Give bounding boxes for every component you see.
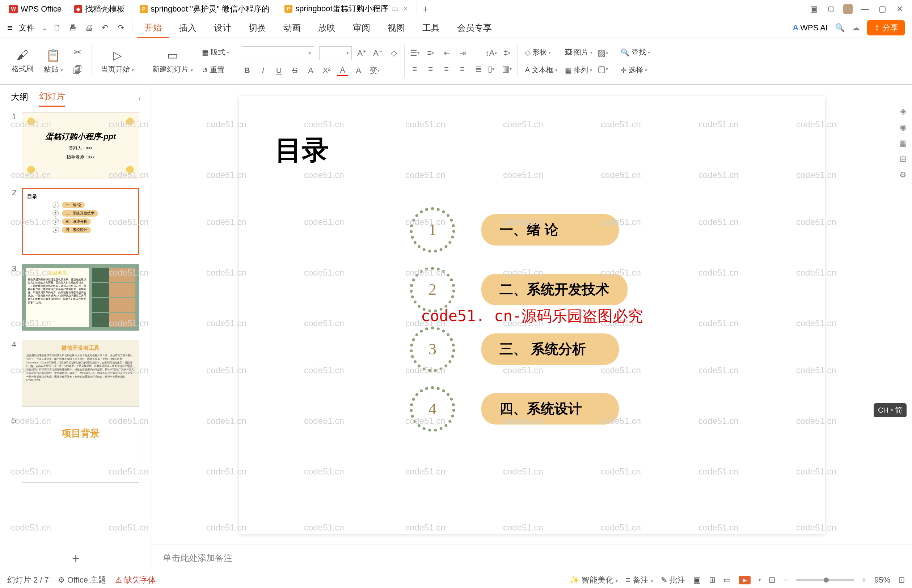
avatar-icon[interactable]	[843, 4, 853, 14]
vertical-align-icon[interactable]: ▯▾	[486, 64, 497, 74]
zoom-slider[interactable]	[796, 579, 854, 581]
share-button[interactable]: ⇪ 分享	[867, 20, 905, 36]
slideshow-button[interactable]: ▶	[739, 576, 751, 585]
menu-tab-tools[interactable]: 工具	[415, 18, 447, 38]
slide-title[interactable]: 目录	[275, 132, 789, 168]
phonetic-icon[interactable]: 变 ▾	[369, 65, 380, 76]
close-icon[interactable]: ×	[402, 4, 410, 13]
menu-tab-insert[interactable]: 插入	[172, 18, 204, 38]
distribute-icon[interactable]: ≣	[473, 64, 484, 74]
file-menu[interactable]: 文件	[15, 23, 38, 33]
beautify-button[interactable]: ✨ 智能美化 ▾	[570, 575, 618, 585]
text-effect-icon[interactable]: A	[353, 65, 364, 76]
menu-tab-slideshow[interactable]: 放映	[311, 18, 343, 38]
zoom-value[interactable]: 95%	[874, 575, 890, 585]
undo-icon[interactable]: ↶	[99, 21, 112, 34]
missing-font-warning[interactable]: ⚠ 缺失字体	[115, 575, 156, 585]
redo-icon[interactable]: ↷	[114, 21, 127, 34]
wps-ai-button[interactable]: A WPS AI	[792, 23, 828, 32]
toc-item-2[interactable]: 2 二、系统开发技术	[413, 270, 789, 310]
font-color-icon[interactable]: A	[337, 65, 348, 76]
copy-icon[interactable]: 🗐	[73, 65, 83, 76]
window-mode-icon[interactable]: ▣	[808, 4, 819, 14]
text-direction-icon[interactable]: ↕A▾	[486, 48, 497, 58]
hamburger-icon[interactable]: ≡	[7, 23, 12, 33]
find-button[interactable]: 🔍 查找 ▾	[618, 46, 653, 58]
sidebar-tool-icon[interactable]: ◉	[900, 123, 907, 132]
theme-indicator[interactable]: ⚙ Office 主题	[58, 575, 106, 585]
fit-page-icon[interactable]: ⊡	[898, 575, 905, 585]
slide-thumb-5[interactable]: 项目背景	[22, 416, 139, 483]
sidebar-tool-icon[interactable]: ⊞	[900, 154, 906, 164]
format-painter-button[interactable]: 🖌 格式刷	[11, 48, 33, 74]
tab-menu-icon[interactable]: ▭	[391, 4, 399, 13]
strikethrough-icon[interactable]: S	[290, 65, 300, 76]
outline-icon[interactable]: ▢▾	[597, 64, 608, 74]
picture-button[interactable]: 🖼 图片 ▾	[562, 46, 595, 58]
slides-tab[interactable]: 幻灯片	[39, 90, 65, 107]
chevron-down-icon[interactable]: ⌄	[41, 23, 48, 32]
comments-toggle[interactable]: ✎ 批注	[661, 575, 685, 585]
align-center-icon[interactable]: ≡	[425, 64, 436, 74]
reset-button[interactable]: ↺ 重置	[199, 64, 232, 76]
underline-icon[interactable]: U	[274, 65, 285, 76]
columns-icon[interactable]: ▥▾	[502, 64, 512, 74]
close-window-icon[interactable]: ✕	[895, 4, 905, 14]
menu-tab-animation[interactable]: 动画	[276, 18, 308, 38]
decrease-font-icon[interactable]: A⁻	[373, 48, 384, 58]
tab-templates[interactable]: ◆ 找稻壳模板	[67, 0, 133, 18]
from-current-button[interactable]: ▷ 当页开始 ▾	[101, 48, 134, 74]
menu-tab-start[interactable]: 开始	[137, 18, 169, 38]
new-doc-icon[interactable]: 🗋	[51, 21, 64, 34]
slide-canvas[interactable]: 目录 1 一、绪 论 2 二、系统开发技术 3 三、 系统分析 4 四、系统设计	[239, 96, 825, 534]
tab-doc-2[interactable]: P springboot蛋糕订购小程序 ▭ ×	[277, 0, 417, 18]
cut-icon[interactable]: ✂	[74, 47, 82, 58]
cloud-upload-icon[interactable]: ☁	[852, 23, 860, 32]
arrange-button[interactable]: ▦ 排列 ▾	[562, 64, 595, 76]
slide-thumb-3[interactable]: 项目意义 社会的进的脚步致使信息变化的发展。信息化的建设进入们生活的方方面面。蛋…	[22, 264, 139, 331]
grid-icon[interactable]: ⊡	[769, 575, 775, 585]
menu-tab-view[interactable]: 视图	[381, 18, 412, 38]
notes-toggle[interactable]: ≡ 备注 ▾	[626, 575, 653, 585]
highlight-icon[interactable]: A	[305, 65, 316, 76]
zoom-in-icon[interactable]: +	[862, 575, 867, 585]
ime-indicator[interactable]: CH ⸰ 简	[874, 403, 907, 417]
new-slide-button[interactable]: ▭ 新建幻灯片 ▾	[152, 48, 193, 74]
menu-tab-member[interactable]: 会员专享	[450, 18, 499, 38]
add-slide-button[interactable]: +	[0, 546, 152, 572]
view-sorter-icon[interactable]: ⊞	[709, 575, 716, 585]
align-right-icon[interactable]: ≡	[441, 64, 452, 74]
cube-icon[interactable]: ⬡	[826, 4, 836, 14]
toc-item-3[interactable]: 3 三、 系统分析	[413, 330, 789, 369]
slide-thumb-4[interactable]: 微信开发者工具 是微腾讯出来的也跟官方同加上所使用的软件开去工具正是也称开发工具…	[22, 340, 139, 407]
print-icon[interactable]: 🖨	[83, 21, 96, 34]
maximize-icon[interactable]: ▢	[877, 4, 888, 14]
select-button[interactable]: ✛ 选择 ▾	[618, 64, 653, 76]
notes-area[interactable]: 单击此处添加备注	[152, 544, 912, 572]
outline-tab[interactable]: 大纲	[11, 91, 28, 106]
view-reading-icon[interactable]: ▭	[723, 575, 731, 585]
view-normal-icon[interactable]: ▣	[693, 575, 701, 585]
save-icon[interactable]: 🖶	[66, 21, 79, 34]
slideshow-dropdown-icon[interactable]: ▾	[758, 578, 761, 583]
sidebar-tool-icon[interactable]: ▦	[899, 139, 907, 148]
sidebar-tool-icon[interactable]: ⚙	[899, 170, 907, 180]
increase-font-icon[interactable]: A⁺	[357, 48, 368, 58]
font-family-combo[interactable]: ▾	[242, 46, 314, 60]
align-justify-icon[interactable]: ≡	[457, 64, 468, 74]
clear-format-icon[interactable]: ◇	[389, 48, 400, 58]
paste-button[interactable]: 📋 粘贴 ▾	[44, 48, 63, 74]
menu-tab-design[interactable]: 设计	[207, 18, 238, 38]
number-list-icon[interactable]: ≡▾	[425, 48, 436, 58]
italic-icon[interactable]: I	[258, 65, 269, 76]
toc-item-1[interactable]: 1 一、绪 论	[413, 210, 789, 250]
superscript-icon[interactable]: X²	[321, 65, 332, 76]
slide-thumb-1[interactable]: 蛋糕订购小程序-ppt 答辩人：xxx 指导老师：xxx	[22, 112, 139, 179]
bold-icon[interactable]: B	[242, 65, 253, 76]
tab-doc-1[interactable]: P springboot "鼻护灵" 微信小程序的	[133, 0, 277, 18]
zoom-out-icon[interactable]: −	[783, 575, 788, 585]
minimize-icon[interactable]: —	[860, 4, 870, 14]
search-icon[interactable]: 🔍	[835, 23, 845, 32]
menu-tab-review[interactable]: 审阅	[346, 18, 377, 38]
fill-icon[interactable]: ▨▾	[597, 48, 608, 58]
